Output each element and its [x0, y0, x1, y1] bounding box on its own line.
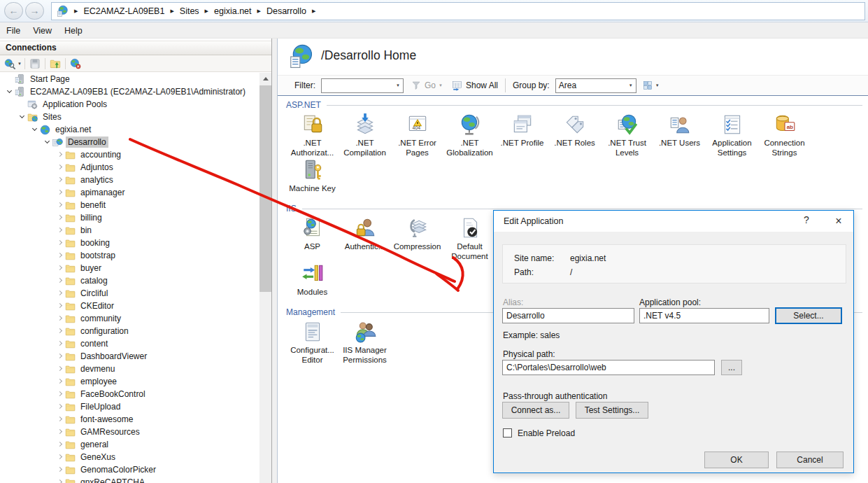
- tree-item-genexus[interactable]: GeneXus: [0, 451, 259, 463]
- tree-item-analytics[interactable]: analytics: [0, 174, 259, 186]
- expand-chevron-icon[interactable]: [55, 317, 64, 320]
- select-app-pool-button[interactable]: Select...: [775, 307, 842, 324]
- expand-chevron-icon[interactable]: [55, 204, 64, 206]
- feature-authentic[interactable]: Authentic...: [339, 216, 391, 261]
- expand-chevron-icon[interactable]: [55, 304, 64, 307]
- expand-chevron-icon[interactable]: [55, 368, 64, 370]
- feature-net-trust-levels[interactable]: .NET Trust Levels: [601, 112, 653, 158]
- scrollbar-thumb[interactable]: [259, 85, 271, 292]
- expand-chevron-icon[interactable]: [55, 216, 64, 219]
- tree-item-general[interactable]: general: [0, 438, 259, 451]
- tree-item-billing[interactable]: billing: [0, 211, 259, 224]
- tree-item-sites[interactable]: Sites: [0, 111, 259, 123]
- go-button[interactable]: Go ▼: [411, 80, 443, 91]
- tree-item-ckeditor[interactable]: CKEditor: [0, 300, 259, 312]
- tree-item-fileupload[interactable]: FileUpload: [0, 400, 259, 413]
- tree-item-buyer[interactable]: buyer: [0, 262, 259, 274]
- expand-chevron-icon[interactable]: [55, 330, 64, 332]
- expand-chevron-icon[interactable]: [55, 279, 64, 282]
- alias-input[interactable]: Desarrollo: [502, 308, 634, 323]
- browse-button[interactable]: ...: [721, 360, 742, 375]
- tree-item-apimanager[interactable]: apimanager: [0, 186, 259, 199]
- expand-chevron-icon[interactable]: [55, 468, 64, 471]
- tree-item-bootstrap[interactable]: bootstrap: [0, 249, 259, 262]
- breadcrumb-item[interactable]: Desarrollo: [266, 6, 306, 16]
- tree-item-catalog[interactable]: catalog: [0, 274, 259, 287]
- physical-path-input[interactable]: C:\Portales\Desarrollo\web: [502, 360, 715, 375]
- show-all-button[interactable]: Show All: [451, 80, 498, 92]
- tree-item-desarrollo[interactable]: Desarrollo: [0, 136, 259, 148]
- expand-chevron-icon[interactable]: [55, 355, 64, 358]
- tree-item-start[interactable]: Start Page: [0, 73, 259, 85]
- ok-button[interactable]: OK: [704, 451, 769, 468]
- expand-chevron-icon[interactable]: [55, 267, 64, 270]
- breadcrumb-item[interactable]: Sites: [180, 6, 199, 16]
- menu-view[interactable]: View: [27, 26, 58, 36]
- dialog-help-button[interactable]: ?: [799, 214, 814, 228]
- tree-item-community[interactable]: community: [0, 312, 259, 325]
- tree-item-booking[interactable]: booking: [0, 237, 259, 249]
- collapse-chevron-icon[interactable]: [17, 116, 27, 118]
- expand-chevron-icon[interactable]: [55, 178, 64, 181]
- tree-item-facebookcontrol[interactable]: FaceBookControl: [0, 388, 259, 400]
- menu-help[interactable]: Help: [58, 26, 89, 36]
- feature-asp[interactable]: ASP: [286, 216, 339, 261]
- scrollbar-up-arrow-icon[interactable]: [259, 73, 271, 85]
- enable-preload-checkbox[interactable]: [503, 428, 512, 438]
- dialog-titlebar[interactable]: Edit Application ? ×: [494, 211, 853, 232]
- connect-as-button[interactable]: Connect as...: [502, 402, 569, 419]
- feature-configurat-editor[interactable]: Configurat... Editor: [286, 319, 339, 365]
- tree-item-application[interactable]: Application Pools: [0, 98, 259, 111]
- expand-chevron-icon[interactable]: [55, 405, 64, 408]
- tree-item-employee[interactable]: employee: [0, 375, 259, 388]
- group-by-select[interactable]: Area▼: [555, 78, 636, 93]
- feature-compression[interactable]: Compression: [391, 216, 443, 261]
- feature-modules[interactable]: Modules: [286, 261, 339, 297]
- breadcrumb-item[interactable]: egixia.net: [214, 6, 252, 16]
- tree-item-circliful[interactable]: Circliful: [0, 287, 259, 300]
- feature-net-profile[interactable]: .NET Profile: [496, 112, 548, 158]
- feature-default-document[interactable]: Default Document: [443, 216, 496, 261]
- view-mode-button[interactable]: ▼: [642, 80, 660, 91]
- collapse-chevron-icon[interactable]: [42, 141, 52, 143]
- menu-file[interactable]: File: [0, 26, 27, 36]
- breadcrumb-item[interactable]: EC2AMAZ-LA09EB1: [83, 6, 164, 16]
- save-connections-button[interactable]: [28, 57, 42, 71]
- test-settings-button[interactable]: Test Settings...: [576, 402, 648, 419]
- expand-chevron-icon[interactable]: [55, 418, 64, 421]
- tree-item-egixia.net[interactable]: egixia.net: [0, 123, 259, 136]
- expand-chevron-icon[interactable]: [55, 380, 64, 383]
- breadcrumb[interactable]: ▶EC2AMAZ-LA09EB1▶Sites▶egixia.net▶Desarr…: [51, 2, 865, 20]
- create-connection-button[interactable]: [3, 57, 17, 71]
- feature-iis-manager-permissions[interactable]: IIS Manager Permissions: [339, 319, 391, 365]
- feature-net-compilation[interactable]: .NET Compilation: [339, 112, 391, 158]
- tree-item-dashboardviewer[interactable]: DashboardViewer: [0, 350, 259, 363]
- feature-net-globalization[interactable]: .NET Globalization: [443, 112, 496, 158]
- tree-item-devmenu[interactable]: devmenu: [0, 363, 259, 375]
- expand-chevron-icon[interactable]: [55, 254, 64, 257]
- collapse-chevron-icon[interactable]: [4, 91, 14, 92]
- expand-chevron-icon[interactable]: [55, 166, 64, 169]
- expand-chevron-icon[interactable]: [55, 191, 64, 194]
- expand-chevron-icon[interactable]: [55, 229, 64, 232]
- expand-chevron-icon[interactable]: [55, 241, 64, 244]
- feature-net-users[interactable]: .NET Users: [653, 112, 706, 158]
- expand-chevron-icon[interactable]: [55, 153, 64, 156]
- expand-chevron-icon[interactable]: [55, 430, 64, 433]
- filter-input[interactable]: ▼: [321, 78, 404, 93]
- tree-item-content[interactable]: content: [0, 337, 259, 350]
- up-folder-button[interactable]: [48, 57, 62, 71]
- feature-machine-key[interactable]: Machine Key: [286, 158, 339, 193]
- expand-chevron-icon[interactable]: [55, 456, 64, 458]
- back-button[interactable]: ←: [4, 2, 23, 20]
- cancel-button[interactable]: Cancel: [776, 451, 844, 468]
- tree-item-configuration[interactable]: configuration: [0, 325, 259, 337]
- tree-scrollbar[interactable]: [259, 73, 271, 483]
- expand-chevron-icon[interactable]: [55, 292, 64, 295]
- app-pool-input[interactable]: .NET v4.5: [639, 308, 769, 323]
- expand-chevron-icon[interactable]: [55, 393, 64, 396]
- tree-item-ec2amaz-la09eb1[interactable]: EC2AMAZ-LA09EB1 (EC2AMAZ-LA09EB1\Adminis…: [0, 85, 259, 98]
- feature-application-settings[interactable]: Application Settings: [706, 112, 758, 158]
- tree-item-benefit[interactable]: benefit: [0, 199, 259, 211]
- dialog-close-button[interactable]: ×: [828, 213, 849, 230]
